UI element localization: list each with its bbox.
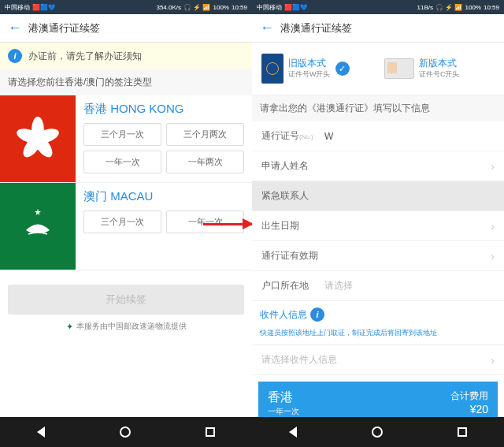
residence-row[interactable]: 户口所在地请选择 [252,271,504,301]
form-instructions: 请拿出您的《港澳通行证》填写以下信息 [252,95,504,121]
home-nav-icon[interactable] [372,427,383,438]
header-r: ← 港澳通行证续签 [252,14,504,43]
recent-nav-icon[interactable] [206,427,215,437]
svg-marker-0 [35,209,41,215]
check-icon: ✓ [335,61,350,76]
macau-flag [0,183,76,270]
recipient-select-row[interactable]: 请选择收件人信息› [252,345,504,375]
back-icon[interactable]: ← [8,20,22,36]
hongkong-card: 香港 HONG KONG 三个月一次 三个月两次 一年一次 一年两次 [0,95,252,183]
passport-icon [261,54,284,84]
emergency-contact-row[interactable]: 紧急联系人 [252,181,504,211]
android-navbar-r [252,417,504,447]
hk-opt-3m-once[interactable]: 三个月一次 [83,123,161,146]
new-card-option[interactable]: 新版本式证件号C开头 [381,50,498,87]
macau-name: 澳门 MACAU [83,189,244,204]
mo-opt-1y-once[interactable]: 一年一次 [166,210,244,233]
expiry-row[interactable]: 通行证有效期› [252,241,504,271]
chevron-right-icon: › [491,220,495,233]
right-content: 旧版本式证件号W开头 ✓ 新版本式证件号C开头 请拿出您的《港澳通行证》填写以下… [252,43,504,447]
page-title-r: 港澳通行证续签 [280,21,352,35]
hongkong-name: 香港 HONG KONG [83,102,244,117]
birthday-row[interactable]: 出生日期› [252,211,504,241]
recent-nav-icon[interactable] [458,427,467,437]
recipient-header: 收件人信息 i [252,301,504,328]
notice-banner[interactable]: i 办证前，请先了解办证须知 [0,43,252,69]
back-icon-r[interactable]: ← [260,20,274,36]
hongkong-flag [0,95,76,182]
ems-icon: ✦ [66,322,73,332]
status-bar: 中国移动🟥🟦💙 354.0K/s🎧 ⚡ 📶100%10:59 [0,0,252,14]
old-card-option[interactable]: 旧版本式证件号W开头 ✓ [258,50,375,87]
chevron-right-icon: › [491,250,495,263]
permit-number-row[interactable]: 通行证号(No.) W [252,121,504,151]
hk-opt-1y-once[interactable]: 一年一次 [83,151,161,173]
applicant-name-row[interactable]: 申请人姓名› [252,151,504,181]
visa-type-title: 请选择您前往香港/澳门的签注类型 [0,69,252,95]
info-icon[interactable]: i [310,307,324,322]
left-content: 请选择您前往香港/澳门的签注类型 香港 HONG KONG 三个月一次 三个月两… [0,69,252,447]
page-title: 港澳通行证续签 [28,21,100,35]
back-nav-icon[interactable] [37,427,45,438]
status-bar-r: 中国移动🟥🟦💙 11B/s🎧 ⚡ 📶100%10:59 [252,0,504,14]
service-note: ✦ 本服务由中国邮政速递物流提供 [0,321,252,332]
android-navbar [0,417,252,447]
header: ← 港澳通行证续签 [0,14,252,43]
chevron-right-icon: › [491,354,495,367]
recipient-note: 快递员按照该地址上门取证，制证完成后将回寄到该地址 [252,328,504,345]
back-nav-icon[interactable] [289,427,297,438]
start-button[interactable]: 开始续签 [8,285,244,315]
info-icon: i [8,49,22,63]
left-screen: 中国移动🟥🟦💙 354.0K/s🎧 ⚡ 📶100%10:59 ← 港澳通行证续签… [0,0,252,447]
mo-opt-3m-once[interactable]: 三个月一次 [83,210,161,233]
home-nav-icon[interactable] [120,427,131,438]
card-type-selector: 旧版本式证件号W开头 ✓ 新版本式证件号C开头 [252,43,504,95]
chevron-right-icon: › [491,160,495,173]
hk-opt-1y-twice[interactable]: 一年两次 [166,151,244,173]
right-screen: 中国移动🟥🟦💙 11B/s🎧 ⚡ 📶100%10:59 ← 港澳通行证续签 旧版… [252,0,504,447]
macau-card: 澳门 MACAU 三个月一次 一年一次 [0,183,252,270]
hk-opt-3m-twice[interactable]: 三个月两次 [166,123,244,146]
card-icon [384,58,414,79]
